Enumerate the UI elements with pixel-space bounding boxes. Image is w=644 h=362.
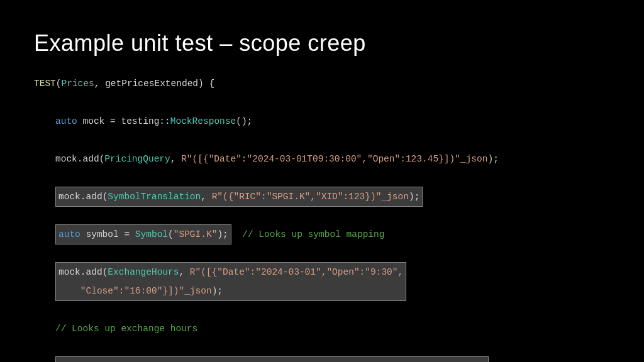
token-testname: getPricesExtended [105,79,198,89]
code-block: TEST(Prices, getPricesExtended) { auto m… [34,74,610,362]
token-testing: testing [121,116,159,126]
highlight-box: auto [startTime, endTime] = symbol.excha… [55,356,489,362]
highlight-box: mock.add(SymbolTranslation, R"({"RIC":"S… [55,187,423,207]
token-mockadd: mock.add [55,154,99,164]
slide-title: Example unit test – scope creep [34,30,610,57]
token-test: TEST [34,79,56,89]
token-suite: Prices [62,79,94,89]
token-mock: mock [83,116,105,126]
comment: // Looks up symbol mapping [242,229,384,239]
highlight-box: auto symbol = Symbol("SPGI.K"); [55,224,231,244]
highlight-box: mock.add(ExchangeHours, R"([{"Date":"202… [55,262,406,301]
token-mockresponse: MockResponse [170,116,236,126]
token-auto: auto [55,116,77,126]
comment: // Looks up exchange hours [55,324,197,334]
token-pricingquery: PricingQuery [104,154,170,164]
token-json1: R"([{"Date":"2024-03-01T09:30:00","Open"… [181,154,487,164]
slide: Example unit test – scope creep TEST(Pri… [0,0,644,362]
